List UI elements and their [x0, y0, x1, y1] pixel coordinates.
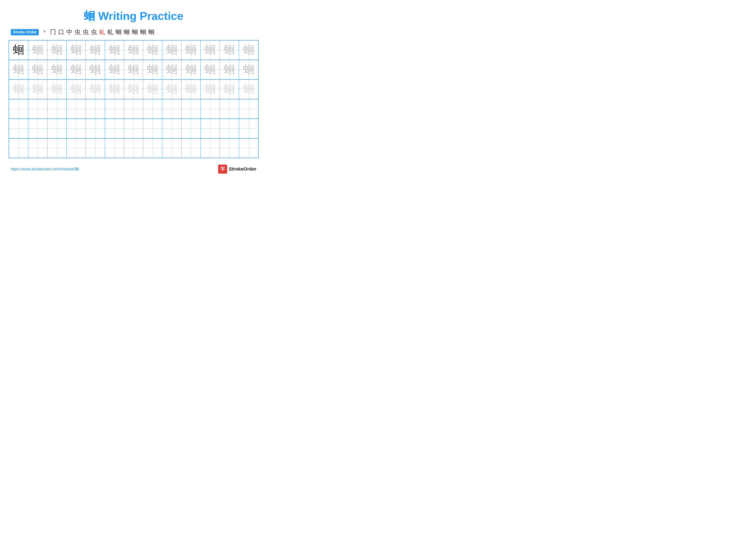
char-display: 蛔 [204, 44, 216, 56]
cell-6-1[interactable] [9, 139, 28, 158]
cell-2-2[interactable]: 蛔 [28, 60, 47, 79]
cell-2-13[interactable]: 蛔 [239, 60, 258, 79]
stroke-14: 蛔 [148, 28, 154, 36]
char-display: 蛔 [224, 84, 235, 95]
char-display: 蛔 [128, 84, 139, 95]
cell-1-11[interactable]: 蛔 [201, 40, 220, 60]
stroke-12: 蛔 [132, 28, 138, 36]
char-display: 蛔 [13, 44, 24, 56]
cell-4-3[interactable] [47, 99, 67, 118]
cell-3-4[interactable]: 蛔 [67, 80, 86, 99]
cell-6-3[interactable] [47, 139, 67, 158]
cell-3-3[interactable]: 蛔 [47, 80, 67, 99]
cell-3-6[interactable]: 蛔 [105, 80, 124, 99]
cell-4-5[interactable] [86, 99, 105, 118]
cell-4-11[interactable] [201, 99, 220, 118]
char-display: 蛔 [128, 44, 139, 56]
cell-1-2[interactable]: 蛔 [28, 40, 47, 60]
cell-6-6[interactable] [105, 139, 124, 158]
cell-5-4[interactable] [67, 119, 86, 138]
cell-2-4[interactable]: 蛔 [67, 60, 86, 79]
cell-6-13[interactable] [239, 139, 258, 158]
cell-1-10[interactable]: 蛔 [181, 40, 201, 60]
cell-4-6[interactable] [105, 99, 124, 118]
cell-5-6[interactable] [105, 119, 124, 138]
cell-3-9[interactable]: 蛔 [162, 80, 181, 99]
cell-2-8[interactable]: 蛔 [143, 60, 162, 79]
cell-3-8[interactable]: 蛔 [143, 80, 162, 99]
cell-6-12[interactable] [220, 139, 239, 158]
cell-5-10[interactable] [181, 119, 201, 138]
practice-grid: 蛔 蛔 蛔 蛔 蛔 蛔 蛔 蛔 蛔 蛔 蛔 蛔 蛔 蛔 蛔 蛔 蛔 蛔 蛔 蛔 … [9, 40, 258, 158]
cell-5-11[interactable] [201, 119, 220, 138]
cell-4-8[interactable] [143, 99, 162, 118]
grid-row-1: 蛔 蛔 蛔 蛔 蛔 蛔 蛔 蛔 蛔 蛔 蛔 蛔 蛔 [9, 40, 258, 60]
stroke-8: 虬 [99, 28, 105, 36]
cell-2-11[interactable]: 蛔 [201, 60, 220, 79]
cell-5-1[interactable] [9, 119, 28, 138]
cell-4-13[interactable] [239, 99, 258, 118]
cell-5-2[interactable] [28, 119, 47, 138]
stroke-chars-container: 丶 冂 口 中 虫 虫 虫 虬 虬 蛔 蛔 蛔 蛔 蛔 [42, 28, 154, 36]
cell-3-5[interactable]: 蛔 [86, 80, 105, 99]
cell-5-9[interactable] [162, 119, 181, 138]
grid-row-3: 蛔 蛔 蛔 蛔 蛔 蛔 蛔 蛔 蛔 蛔 蛔 蛔 蛔 [9, 80, 258, 99]
char-display: 蛔 [224, 64, 235, 75]
cell-4-10[interactable] [181, 99, 201, 118]
cell-6-7[interactable] [124, 139, 143, 158]
cell-4-1[interactable] [9, 99, 28, 118]
cell-3-1[interactable]: 蛔 [9, 80, 28, 99]
cell-6-11[interactable] [201, 139, 220, 158]
cell-3-11[interactable]: 蛔 [201, 80, 220, 99]
cell-2-9[interactable]: 蛔 [162, 60, 181, 79]
cell-6-2[interactable] [28, 139, 47, 158]
char-display: 蛔 [185, 64, 197, 75]
cell-1-9[interactable]: 蛔 [162, 40, 181, 60]
cell-1-7[interactable]: 蛔 [124, 40, 143, 60]
char-display: 蛔 [147, 64, 158, 75]
char-display: 蛔 [51, 84, 63, 95]
cell-4-7[interactable] [124, 99, 143, 118]
cell-1-12[interactable]: 蛔 [220, 40, 239, 60]
cell-5-5[interactable] [86, 119, 105, 138]
char-display: 蛔 [32, 64, 43, 75]
cell-4-2[interactable] [28, 99, 47, 118]
stroke-4: 中 [67, 28, 72, 36]
cell-1-4[interactable]: 蛔 [67, 40, 86, 60]
footer-url-link[interactable]: https://www.strokeorder.com/chinese/蛔 [11, 166, 79, 172]
cell-2-12[interactable]: 蛔 [220, 60, 239, 79]
cell-1-5[interactable]: 蛔 [86, 40, 105, 60]
cell-4-12[interactable] [220, 99, 239, 118]
cell-3-7[interactable]: 蛔 [124, 80, 143, 99]
cell-5-3[interactable] [47, 119, 67, 138]
cell-2-6[interactable]: 蛔 [105, 60, 124, 79]
cell-2-5[interactable]: 蛔 [86, 60, 105, 79]
cell-3-12[interactable]: 蛔 [220, 80, 239, 99]
cell-5-7[interactable] [124, 119, 143, 138]
cell-3-13[interactable]: 蛔 [239, 80, 258, 99]
stroke-order-row: Stroke Order 丶 冂 口 中 虫 虫 虫 虬 虬 蛔 蛔 蛔 蛔 蛔 [9, 28, 258, 36]
cell-2-7[interactable]: 蛔 [124, 60, 143, 79]
cell-4-4[interactable] [67, 99, 86, 118]
cell-4-9[interactable] [162, 99, 181, 118]
cell-5-12[interactable] [220, 119, 239, 138]
cell-6-4[interactable] [67, 139, 86, 158]
cell-2-10[interactable]: 蛔 [181, 60, 201, 79]
cell-1-6[interactable]: 蛔 [105, 40, 124, 60]
cell-1-3[interactable]: 蛔 [47, 40, 67, 60]
cell-6-8[interactable] [143, 139, 162, 158]
cell-1-13[interactable]: 蛔 [239, 40, 258, 60]
cell-6-10[interactable] [181, 139, 201, 158]
cell-5-13[interactable] [239, 119, 258, 138]
char-display: 蛔 [166, 64, 177, 75]
cell-2-3[interactable]: 蛔 [47, 60, 67, 79]
cell-3-2[interactable]: 蛔 [28, 80, 47, 99]
cell-1-1[interactable]: 蛔 [9, 40, 28, 60]
cell-5-8[interactable] [143, 119, 162, 138]
cell-1-8[interactable]: 蛔 [143, 40, 162, 60]
char-display: 蛔 [185, 84, 197, 95]
cell-6-5[interactable] [86, 139, 105, 158]
cell-2-1[interactable]: 蛔 [9, 60, 28, 79]
cell-6-9[interactable] [162, 139, 181, 158]
cell-3-10[interactable]: 蛔 [181, 80, 201, 99]
